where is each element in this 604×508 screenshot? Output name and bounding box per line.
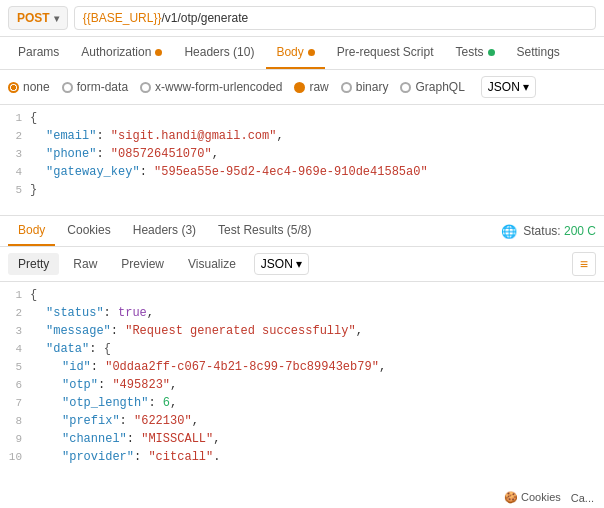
body-type-binary[interactable]: binary	[341, 80, 389, 94]
body-type-urlencoded-label: x-www-form-urlencoded	[155, 80, 282, 94]
resp-testresults-label: Test Results (5/8)	[218, 223, 311, 237]
req-linenum-3: 3	[0, 145, 30, 163]
resp-linenum-9: 9	[0, 430, 30, 448]
radio-raw	[294, 82, 305, 93]
cookies-link[interactable]: 🍪 Cookies	[504, 491, 561, 504]
resp-cookies-label: Cookies	[67, 223, 110, 237]
view-tabs: Pretty Raw Preview Visualize JSON ▾ ≡	[0, 247, 604, 282]
resp-content-3: "message": "Request generated successful…	[30, 322, 363, 340]
bottom-bar: 🍪 Cookies Ca...	[494, 487, 604, 508]
tab-tests-label: Tests	[455, 45, 483, 59]
body-type-binary-label: binary	[356, 80, 389, 94]
resp-linenum-1: 1	[0, 286, 30, 304]
resp-tab-headers[interactable]: Headers (3)	[123, 216, 206, 246]
filter-icon[interactable]: ≡	[572, 252, 596, 276]
radio-urlencoded	[140, 82, 151, 93]
filter-button[interactable]: ≡	[572, 252, 596, 276]
tab-authorization[interactable]: Authorization	[71, 37, 172, 69]
tab-body-label: Body	[276, 45, 303, 59]
resp-content-9: "channel": "MISSCALL",	[30, 430, 220, 448]
tab-tests[interactable]: Tests	[445, 37, 504, 69]
resp-linenum-8: 8	[0, 412, 30, 430]
body-type-none[interactable]: none	[8, 80, 50, 94]
body-types: none form-data x-www-form-urlencoded raw…	[0, 70, 604, 105]
resp-content-2: "status": true,	[30, 304, 154, 322]
req-line-3: 3 "phone": "085726451070",	[0, 145, 604, 163]
body-dot	[308, 49, 315, 56]
body-type-raw-label: raw	[309, 80, 328, 94]
tab-params-label: Params	[18, 45, 59, 59]
json-format-select[interactable]: JSON ▾	[481, 76, 536, 98]
request-tabs: Params Authorization Headers (10) Body P…	[0, 37, 604, 70]
resp-linenum-3: 3	[0, 322, 30, 340]
json-format-chevron: ▾	[523, 80, 529, 94]
req-content-5: }	[30, 181, 37, 199]
view-tab-preview[interactable]: Preview	[111, 253, 174, 275]
resp-content-6: "otp": "495823",	[30, 376, 177, 394]
status-text: Status: 200 C	[523, 224, 596, 238]
tab-prerequest-label: Pre-request Script	[337, 45, 434, 59]
tab-prerequest[interactable]: Pre-request Script	[327, 37, 444, 69]
resp-line-7: 7 "otp_length": 6,	[0, 394, 604, 412]
tab-authorization-label: Authorization	[81, 45, 151, 59]
tab-params[interactable]: Params	[8, 37, 69, 69]
resp-json-chevron: ▾	[296, 257, 302, 271]
resp-line-6: 6 "otp": "495823",	[0, 376, 604, 394]
method-chevron: ▾	[54, 13, 59, 24]
req-linenum-2: 2	[0, 127, 30, 145]
resp-linenum-5: 5	[0, 358, 30, 376]
req-content-1: {	[30, 109, 37, 127]
resp-tab-body[interactable]: Body	[8, 216, 55, 246]
resp-tab-testresults[interactable]: Test Results (5/8)	[208, 216, 321, 246]
view-tab-visualize[interactable]: Visualize	[178, 253, 246, 275]
tab-settings[interactable]: Settings	[507, 37, 570, 69]
body-type-graphql[interactable]: GraphQL	[400, 80, 464, 94]
resp-linenum-2: 2	[0, 304, 30, 322]
visualize-label: Visualize	[188, 257, 236, 271]
resp-content-10: "provider": "citcall".	[30, 448, 220, 466]
req-linenum-1: 1	[0, 109, 30, 127]
method-select[interactable]: POST ▾	[8, 6, 68, 30]
tests-dot	[488, 49, 495, 56]
resp-content-8: "prefix": "622130",	[30, 412, 199, 430]
method-label: POST	[17, 11, 50, 25]
req-line-4: 4 "gateway_key": "595ea55e-95d2-4ec4-969…	[0, 163, 604, 181]
req-linenum-4: 4	[0, 163, 30, 181]
body-type-urlencoded[interactable]: x-www-form-urlencoded	[140, 80, 282, 94]
resp-body-label: Body	[18, 223, 45, 237]
body-type-formdata[interactable]: form-data	[62, 80, 128, 94]
body-type-graphql-label: GraphQL	[415, 80, 464, 94]
resp-content-5: "id": "0ddaa2ff-c067-4b21-8c99-7bc89943e…	[30, 358, 386, 376]
req-line-5: 5 }	[0, 181, 604, 199]
view-tab-raw[interactable]: Raw	[63, 253, 107, 275]
globe-icon: 🌐	[501, 224, 517, 239]
resp-headers-label: Headers (3)	[133, 223, 196, 237]
tab-settings-label: Settings	[517, 45, 560, 59]
resp-json-select[interactable]: JSON ▾	[254, 253, 309, 275]
response-status-area: 🌐 Status: 200 C	[501, 224, 596, 239]
radio-binary	[341, 82, 352, 93]
ca-link[interactable]: Ca...	[571, 492, 594, 504]
url-input[interactable]: {{BASE_URL}}/v1/otp/generate	[74, 6, 596, 30]
authorization-dot	[155, 49, 162, 56]
tab-body[interactable]: Body	[266, 37, 324, 69]
response-body-editor[interactable]: 1 { 2 "status": true, 3 "message": "Requ…	[0, 282, 604, 482]
resp-line-5: 5 "id": "0ddaa2ff-c067-4b21-8c99-7bc8994…	[0, 358, 604, 376]
preview-label: Preview	[121, 257, 164, 271]
tab-headers[interactable]: Headers (10)	[174, 37, 264, 69]
view-tab-pretty[interactable]: Pretty	[8, 253, 59, 275]
resp-tab-cookies[interactable]: Cookies	[57, 216, 120, 246]
raw-label: Raw	[73, 257, 97, 271]
radio-none	[8, 82, 19, 93]
resp-line-1: 1 {	[0, 286, 604, 304]
url-bar: POST ▾ {{BASE_URL}}/v1/otp/generate	[0, 0, 604, 37]
resp-linenum-10: 10	[0, 448, 30, 466]
request-body-editor[interactable]: 1 { 2 "email": "sigit.handi@gmail.com", …	[0, 105, 604, 215]
body-type-none-label: none	[23, 80, 50, 94]
body-type-formdata-label: form-data	[77, 80, 128, 94]
resp-content-7: "otp_length": 6,	[30, 394, 177, 412]
tab-headers-label: Headers (10)	[184, 45, 254, 59]
resp-line-8: 8 "prefix": "622130",	[0, 412, 604, 430]
body-type-raw[interactable]: raw	[294, 80, 328, 94]
req-linenum-5: 5	[0, 181, 30, 199]
